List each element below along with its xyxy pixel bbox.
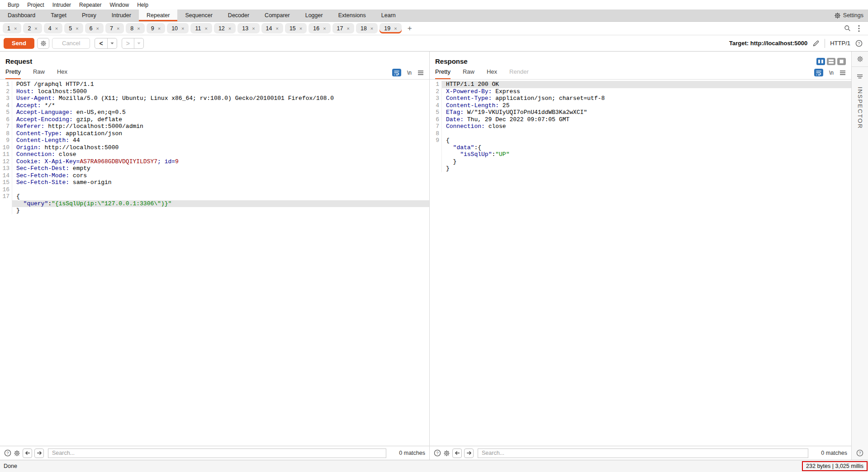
code-line[interactable]: 4Content-Length: 25 [430,102,851,109]
tab-raw[interactable]: Raw [463,68,474,79]
code-line[interactable]: 5Accept-Language: en-US,en;q=0.5 [0,109,429,116]
tab-decoder[interactable]: Decoder [220,9,257,21]
editor-menu-icon[interactable] [417,70,424,76]
search-help-icon[interactable] [4,449,11,457]
menu-item-window[interactable]: Window [105,2,133,8]
tab-pretty[interactable]: Pretty [5,68,21,79]
repeater-tab-9[interactable]: 9× [147,23,165,33]
code-line[interactable]: 15Sec-Fetch-Site: same-origin [0,179,429,186]
menu-item-repeater[interactable]: Repeater [75,2,105,8]
code-line[interactable]: 9Content-Length: 44 [0,137,429,144]
inspector-label[interactable]: INSPECTOR [857,87,863,129]
close-tab-icon[interactable]: × [370,26,373,31]
tab-render[interactable]: Render [509,68,529,79]
code-line[interactable]: } [0,207,429,214]
tab-sequencer[interactable]: Sequencer [177,9,220,21]
tab-pretty[interactable]: Pretty [435,68,451,79]
tab-hex[interactable]: Hex [57,68,67,79]
layout-single-icon[interactable] [837,58,846,65]
close-tab-icon[interactable]: × [252,26,255,31]
inspector-settings-icon[interactable] [852,56,868,67]
tab-learn[interactable]: Learn [374,9,403,21]
code-line[interactable]: "isSqlUp":"UP" [430,151,851,158]
search-help-icon[interactable] [434,449,441,457]
help-icon[interactable] [855,40,863,47]
send-button[interactable]: Send [4,38,34,49]
word-wrap-icon[interactable] [392,69,401,76]
repeater-tab-14[interactable]: 14× [261,23,283,33]
repeater-tab-5[interactable]: 5× [64,23,83,33]
send-settings-button[interactable] [37,38,49,49]
close-tab-icon[interactable]: × [228,26,231,31]
next-response-button[interactable]: > [122,38,134,48]
repeater-tab-16[interactable]: 16× [308,23,330,33]
tab-repeater[interactable]: Repeater [139,9,177,21]
new-tab-button[interactable]: + [403,24,417,33]
tab-proxy[interactable]: Proxy [74,9,104,21]
code-line[interactable]: 5ETag: W/"19-VKUIyUQI7oPnU41ddWB3Ka2wXCI… [430,109,851,116]
code-line[interactable]: 3Content-Type: application/json; charset… [430,95,851,102]
next-match-button[interactable] [464,448,474,458]
tab-target[interactable]: Target [43,9,74,21]
tab-raw[interactable]: Raw [33,68,45,79]
close-tab-icon[interactable]: × [323,26,326,31]
repeater-tab-12[interactable]: 12× [214,23,236,33]
code-line[interactable]: 10Origin: http://localhost:5000 [0,144,429,151]
tab-intruder[interactable]: Intruder [104,9,139,21]
cancel-button[interactable]: Cancel [52,38,90,49]
repeater-tab-10[interactable]: 10× [167,23,189,33]
tab-extensions[interactable]: Extensions [331,9,374,21]
response-editor[interactable]: 1HTTP/1.1 200 OK2X-Powered-By: Express3C… [430,80,851,446]
menu-item-help[interactable]: Help [133,2,152,8]
repeater-tab-17[interactable]: 17× [332,23,354,33]
code-line[interactable]: 17{ [0,193,429,200]
search-settings-icon[interactable] [443,450,450,457]
code-line[interactable]: 8 [430,130,851,137]
close-tab-icon[interactable]: × [204,26,207,31]
close-tab-icon[interactable]: × [347,26,350,31]
close-tab-icon[interactable]: × [394,26,397,31]
request-editor[interactable]: 1POST /graphql HTTP/1.12Host: localhost:… [0,80,429,446]
repeater-tab-13[interactable]: 13× [237,23,259,33]
tab-comparer[interactable]: Comparer [257,9,298,21]
search-settings-icon[interactable] [14,450,20,457]
menu-item-intruder[interactable]: Intruder [48,2,75,8]
show-newlines-icon[interactable]: \n [407,70,412,76]
code-line[interactable]: "data":{ [430,144,851,151]
repeater-tab-15[interactable]: 15× [285,23,307,33]
editor-menu-icon[interactable] [840,70,846,76]
close-tab-icon[interactable]: × [181,26,184,31]
code-line[interactable]: 11Connection: close [0,151,429,158]
prev-response-button[interactable]: < [95,38,107,48]
tab-logger[interactable]: Logger [298,9,331,21]
menu-item-project[interactable]: Project [23,2,48,8]
edit-target-icon[interactable] [812,40,820,47]
repeater-tab-4[interactable]: 4× [44,23,62,33]
close-tab-icon[interactable]: × [299,26,302,31]
code-line[interactable]: 13Sec-Fetch-Dest: empty [0,165,429,172]
request-search-input[interactable] [48,448,386,458]
repeater-tab-18[interactable]: 18× [356,23,378,33]
next-response-dropdown[interactable] [134,38,143,48]
repeater-tab-11[interactable]: 11× [190,23,212,33]
repeater-tab-8[interactable]: 8× [126,23,144,33]
code-line[interactable]: 14Sec-Fetch-Mode: cors [0,172,429,179]
close-tab-icon[interactable]: × [275,26,278,31]
code-line[interactable]: 16 [0,186,429,194]
repeater-tab-6[interactable]: 6× [85,23,104,33]
prev-response-dropdown[interactable] [107,38,117,48]
repeater-tab-1[interactable]: 1× [3,23,21,33]
prev-match-button[interactable] [452,448,462,458]
inspector-help-icon[interactable] [856,449,863,457]
close-tab-icon[interactable]: × [55,26,58,31]
code-line[interactable]: 2Host: localhost:5000 [0,88,429,95]
close-tab-icon[interactable]: × [34,26,37,31]
close-tab-icon[interactable]: × [76,26,78,31]
layout-rows-icon[interactable] [827,58,835,65]
search-tabs-icon[interactable] [844,25,851,32]
code-line[interactable]: 1POST /graphql HTTP/1.1 [0,81,429,88]
repeater-tab-19[interactable]: 19× [379,23,401,33]
inspector-collapse-icon[interactable] [857,74,863,79]
code-line[interactable]: 9{ [430,137,851,144]
code-line[interactable]: 8Content-Type: application/json [0,130,429,137]
